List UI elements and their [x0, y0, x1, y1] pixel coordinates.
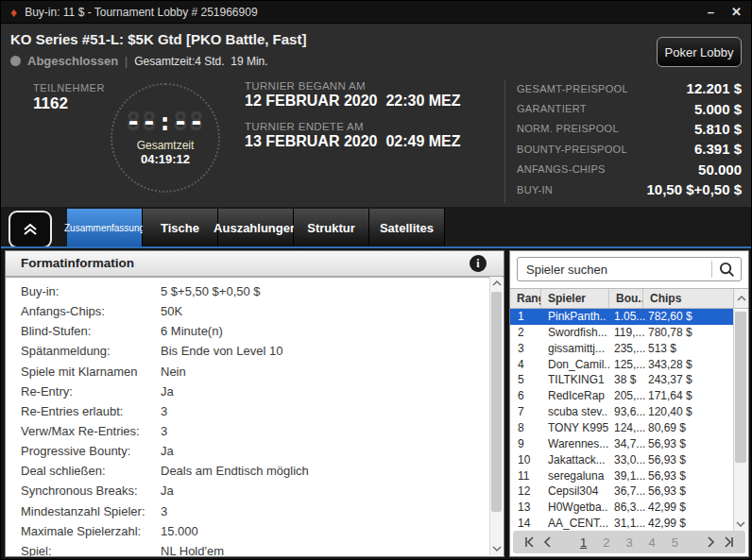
player-row[interactable]: 12 Cepsil304 36,7... 56,93 $ [510, 484, 733, 500]
tab[interactable]: Satellites [369, 209, 445, 246]
format-row-value: Ja [161, 484, 174, 498]
player-name: gissamittj... [548, 342, 612, 355]
format-row: Synchronous Breaks: Ja [6, 482, 488, 501]
player-bounty: 1.05... [614, 310, 647, 323]
player-chips: 782,60 $ [648, 310, 731, 323]
player-row[interactable]: 5 TILTKING1 38 $ 243,37 $ [510, 372, 733, 388]
window-title: Buy-in: 11 $ - Tournament Lobby # 251966… [25, 6, 691, 19]
player-bounty: 205,... [614, 389, 647, 402]
page-number[interactable]: 4 [649, 535, 656, 550]
tab[interactable]: Zusammenfassung [67, 209, 143, 246]
info-icon[interactable]: i [470, 255, 487, 272]
format-row-label: Synchronous Breaks: [21, 484, 138, 498]
column-header-bounty[interactable]: Bou... [609, 289, 643, 308]
player-row[interactable]: 1 PinkPanth.. 1.05... 782,60 $ [510, 309, 733, 325]
page-number[interactable]: 3 [625, 535, 632, 550]
minimize-button[interactable]: – [708, 6, 714, 18]
player-row[interactable]: 2 Swordfish... 119,... 780,78 $ [510, 325, 733, 341]
column-header-player[interactable]: Spieler [541, 289, 609, 308]
chevron-down-icon [492, 546, 502, 552]
player-row[interactable]: 8 TONY K995 124,... 80,69 $ [510, 420, 733, 436]
player-row[interactable]: 7 scuba stev.. 93,6... 120,40 $ [510, 404, 733, 420]
player-bounty: 34,7... [614, 437, 647, 450]
table-scroll-down-button[interactable] [734, 518, 747, 531]
format-row: Mindestanzahl Spieler: 3 [6, 502, 488, 522]
tab[interactable]: Auszahlungen [218, 209, 294, 246]
player-rank: 6 [518, 389, 542, 402]
player-rank: 5 [518, 373, 542, 386]
last-page-button[interactable] [720, 536, 739, 548]
format-row-label: Spiele mit Klarnamen [21, 365, 138, 379]
tab-label: Auszahlungen [214, 221, 298, 235]
format-row-label: Progressive Bounty: [21, 444, 130, 458]
player-row[interactable]: 13 H0Wgetba.. 86,3... 42,99 $ [510, 500, 733, 516]
poker-lobby-button[interactable]: Poker Lobby [657, 37, 742, 67]
players-scrollbar[interactable] [733, 310, 747, 531]
pagination-bar: 1 2 3 4 5 [513, 531, 745, 553]
page-number[interactable]: 1 [580, 535, 587, 550]
player-name: scuba stev.. [548, 405, 612, 418]
format-row-label: Deal schließen: [21, 464, 106, 478]
scrollbar-thumb[interactable] [735, 312, 746, 463]
player-name: Warennes... [548, 437, 612, 450]
format-row-value: 50K [161, 304, 182, 318]
format-scrollbar[interactable] [489, 277, 503, 555]
column-header-chips[interactable]: Chips [643, 289, 733, 308]
page-number[interactable]: 2 [603, 535, 609, 550]
stat-label: BOUNTY-PREISPOOL [517, 144, 627, 155]
previous-page-button[interactable] [538, 536, 557, 548]
player-rank: 14 [518, 517, 542, 530]
scroll-down-button[interactable] [490, 542, 503, 555]
page-number[interactable]: 5 [672, 535, 678, 550]
player-bounty: 124,... [614, 421, 647, 434]
started-label: TURNIER BEGANN AM [245, 80, 366, 92]
format-row-value: Ja [161, 444, 174, 458]
status-label: Abgeschlossen [27, 54, 118, 68]
players-panel: Rang Spieler Bou... Chips 1 PinkPanth.. … [509, 250, 749, 557]
tournament-title: KO Series #51-L: $5K Gtd [PKO Battle, Fa… [10, 31, 306, 47]
format-row-value: 3 [161, 504, 167, 518]
first-page-button[interactable] [520, 536, 538, 548]
participants-label: TEILNEHMER [33, 82, 105, 93]
table-scroll-up-button[interactable] [733, 289, 748, 308]
clock-display: --:-- [126, 110, 204, 134]
chevron-up-icon [737, 296, 746, 301]
scroll-up-button[interactable] [490, 277, 503, 290]
column-header-rank[interactable]: Rang [510, 289, 541, 308]
player-search-input[interactable] [518, 258, 711, 280]
player-row[interactable]: 9 Warennes... 34,7... 56,93 $ [510, 436, 733, 452]
player-name: H0Wgetba.. [548, 501, 612, 514]
player-chips: 42,99 $ [648, 501, 731, 514]
player-row[interactable]: 10 Jakattack... 33,0... 56,93 $ [510, 452, 733, 468]
player-row[interactable]: 4 Don_Camil.. 125,... 343,28 $ [510, 357, 733, 373]
tab-underline [1, 246, 751, 248]
player-row[interactable]: 11 seregaluna 39,1... 56,93 $ [510, 468, 733, 484]
player-chips: 56,93 $ [648, 484, 731, 498]
player-row[interactable]: 3 gissamittj... 235,... 513 $ [510, 341, 733, 357]
scrollbar-thumb[interactable] [491, 292, 502, 512]
tab-label: Tische [161, 221, 199, 235]
player-bounty: 93,6... [614, 405, 647, 418]
format-row-label: Re-Entries erlaubt: [21, 404, 123, 418]
format-row: Progressive Bounty: Ja [6, 442, 488, 462]
next-page-button[interactable] [701, 536, 720, 548]
stat-value: 10,50 $+0,50 $ [646, 181, 742, 197]
close-button[interactable]: ✕ [731, 6, 742, 18]
player-name: Don_Camil.. [548, 358, 612, 371]
format-row-label: Re-Entry: [21, 384, 73, 399]
player-rank: 1 [518, 310, 542, 323]
player-row[interactable]: 6 RedIceRap 205,... 171,64 $ [510, 388, 733, 404]
player-rank: 3 [518, 342, 542, 355]
player-chips: 120,40 $ [648, 405, 731, 418]
tab[interactable]: Tische [143, 209, 218, 246]
player-name: TILTKING1 [548, 373, 612, 386]
collapse-panel-button[interactable] [9, 211, 52, 248]
player-search-box [517, 257, 742, 281]
player-rank: 11 [518, 469, 542, 483]
player-name: Cepsil304 [548, 484, 612, 498]
search-button[interactable] [711, 261, 741, 278]
format-row-label: Mindestanzahl Spieler: [21, 504, 145, 518]
ended-value: 13 FEBRUAR 2020 02:49 MEZ [245, 133, 461, 150]
tab[interactable]: Struktur [294, 209, 369, 246]
player-row[interactable]: 14 AA_CENT... 31,1... 42,99 $ [510, 516, 733, 532]
